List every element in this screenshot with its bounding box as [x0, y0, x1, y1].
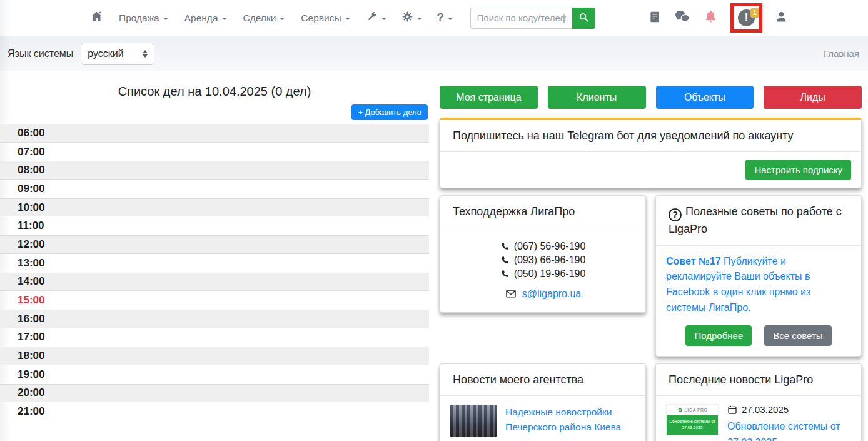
breadcrumb[interactable]: Главная	[824, 48, 860, 59]
time-slot[interactable]: 08:00	[0, 161, 429, 180]
time-slot[interactable]: 06:00	[0, 124, 429, 143]
phone-number: (093) 66-96-190	[514, 255, 586, 266]
time-slot-current[interactable]: 15:00	[0, 291, 429, 310]
configure-subscription-button[interactable]: Настроить подписку	[745, 160, 851, 180]
phone-icon	[500, 269, 510, 278]
support-card: Техподдержка ЛигаПро (067) 56-96-190 (09…	[440, 195, 646, 312]
phone-icon	[500, 255, 510, 265]
chat-button[interactable]	[674, 9, 691, 27]
main-content: Список дел на 10.04.2025 (0 дел) + Добав…	[0, 71, 868, 441]
quick-buttons: Моя страница Клиенты Объекты Лиды	[440, 86, 862, 109]
news-date: 27.03.2025	[742, 404, 789, 415]
journal-icon	[650, 11, 659, 22]
alerts-button-highlighted[interactable]: ! 1	[730, 3, 762, 33]
phone-row[interactable]: (050) 19-96-190	[447, 268, 639, 280]
news-link[interactable]: Обновление системы от 27.03.2025	[727, 418, 851, 441]
ligapro-news-title: Последние новости LigaPro	[656, 364, 861, 396]
menu-prodazha[interactable]: Продажа	[111, 13, 176, 24]
time-label: 20:00	[18, 387, 44, 399]
time-slot[interactable]: 09:00	[0, 180, 429, 198]
user-icon	[777, 12, 786, 21]
phone-row[interactable]: (093) 66-96-190	[447, 255, 639, 266]
time-label: 13:00	[18, 257, 44, 270]
home-icon	[90, 10, 103, 26]
time-label: 11:00	[18, 220, 44, 232]
menu-servisy[interactable]: Сервисы	[293, 13, 358, 24]
news-item: LIGA PRO Обновление системы от 27.03.202…	[656, 396, 861, 441]
phone-number: (067) 56-96-190	[514, 241, 586, 252]
time-label: 16:00	[18, 313, 44, 325]
chevron-down-icon	[381, 18, 386, 20]
time-slot[interactable]: 12:00	[0, 235, 429, 254]
notifications-button[interactable]	[704, 9, 718, 27]
tools-dropdown[interactable]	[358, 11, 394, 25]
menu-label: Аренда	[184, 13, 218, 24]
clients-button[interactable]: Клиенты	[548, 86, 646, 109]
search-button[interactable]	[572, 8, 595, 29]
home-button[interactable]	[83, 10, 111, 26]
telegram-card-title: Подпишитесь на наш Telegram бот для увед…	[440, 120, 861, 152]
tip-number: Совет №17	[666, 256, 721, 266]
alert-count-badge: 1	[750, 8, 759, 18]
time-slot[interactable]: 13:00	[0, 254, 429, 273]
language-bar: Язык системы русский Главная	[0, 36, 868, 71]
question-circle-icon: ?	[669, 208, 682, 221]
time-label: 10:00	[18, 201, 44, 214]
language-select[interactable]: русский	[81, 43, 154, 65]
time-slot[interactable]: 10:00	[0, 198, 429, 217]
time-slot[interactable]: 19:00	[0, 365, 429, 384]
time-label: 17:00	[18, 331, 44, 343]
settings-dropdown[interactable]	[394, 11, 430, 25]
time-slot[interactable]: 07:00	[0, 143, 429, 161]
time-slot[interactable]: 14:00	[0, 273, 429, 291]
time-label: 07:00	[18, 146, 44, 158]
time-label: 21:00	[18, 405, 44, 418]
search-group	[470, 8, 595, 29]
chevron-down-icon	[417, 18, 422, 20]
select-arrows-icon	[143, 50, 148, 58]
todo-title: Список дел на 10.04.2025 (0 дел)	[0, 84, 429, 99]
time-slot[interactable]: 20:00	[0, 384, 429, 403]
leads-button[interactable]: Лиды	[764, 86, 862, 109]
todo-panel: Список дел на 10.04.2025 (0 дел) + Добав…	[0, 71, 429, 441]
chevron-down-icon	[448, 18, 453, 20]
time-slot[interactable]: 16:00	[0, 310, 429, 328]
support-email-link[interactable]: s@ligapro.ua	[522, 288, 582, 300]
dashboard-panel: Моя страница Клиенты Объекты Лиды Подпиш…	[429, 71, 868, 441]
language-select-value: русский	[88, 48, 143, 59]
menu-sdelki[interactable]: Сделки	[235, 13, 293, 24]
time-label: 12:00	[18, 238, 44, 251]
profile-button[interactable]	[775, 9, 788, 26]
help-dropdown[interactable]: ?	[430, 11, 460, 24]
chevron-down-icon	[280, 18, 285, 20]
my-page-button[interactable]: Моя страница	[440, 86, 538, 109]
all-tips-button[interactable]: Все советы	[764, 325, 831, 346]
time-label: 19:00	[18, 368, 44, 381]
time-slot[interactable]: 17:00	[0, 328, 429, 347]
tip-details-button[interactable]: Подробнее	[685, 325, 752, 346]
ligapro-news-card: Последние новости LigaPro LIGA PRO Обнов…	[655, 363, 862, 441]
time-slot[interactable]: 21:00	[0, 402, 429, 421]
ligapro-logo-icon	[677, 407, 683, 413]
phone-number: (050) 19-96-190	[514, 268, 586, 280]
chevron-down-icon	[345, 18, 350, 20]
news-link[interactable]: Надежные новостройки Печерского района К…	[505, 405, 635, 435]
time-slot[interactable]: 11:00	[0, 216, 429, 235]
time-label: 15:00	[18, 294, 44, 307]
journal-button[interactable]	[648, 10, 661, 26]
phone-row[interactable]: (067) 56-96-190	[447, 241, 639, 252]
add-task-button[interactable]: + Добавить дело	[351, 104, 428, 120]
time-label: 14:00	[18, 275, 44, 288]
time-label: 09:00	[18, 183, 44, 195]
time-label: 08:00	[18, 164, 44, 176]
top-navbar: Продажа Аренда Сделки Сервисы	[0, 0, 868, 36]
objects-button[interactable]: Объекты	[656, 86, 754, 109]
menu-arenda[interactable]: Аренда	[176, 13, 235, 24]
agency-news-title: Новости моего агентства	[440, 364, 645, 396]
tips-card: ?Полезные советы по работе с LigaPro Сов…	[655, 195, 862, 356]
time-slot[interactable]: 18:00	[0, 347, 429, 365]
news-thumbnail[interactable]	[450, 405, 497, 437]
news-thumbnail[interactable]: LIGA PRO Обновление системы от 27.03.202…	[666, 404, 719, 435]
search-input[interactable]	[470, 8, 572, 29]
support-card-title: Техподдержка ЛигаПро	[440, 196, 645, 228]
